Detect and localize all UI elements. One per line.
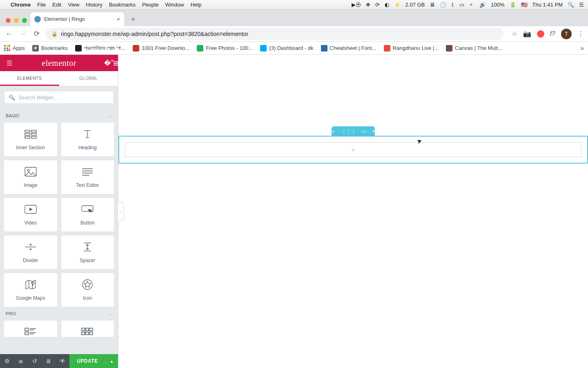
chevron-down-icon: ⌄	[109, 113, 112, 119]
panel-menu-button[interactable]: ☰	[5, 59, 14, 67]
menu-window[interactable]: Window	[165, 2, 184, 8]
panel-settings-button[interactable]: ⚙	[0, 354, 14, 368]
camera-icon[interactable]: 📷	[523, 30, 531, 38]
bookmark-star-icon[interactable]: ☆	[512, 30, 517, 38]
tab-elements[interactable]: ELEMENTS	[0, 71, 59, 86]
menu-help[interactable]: Help	[191, 2, 202, 8]
widget-text-editor[interactable]: Text Editor	[61, 160, 114, 194]
category-pro[interactable]: PRO ⌄	[0, 307, 118, 321]
history-button[interactable]: ↺	[28, 354, 42, 368]
widget-google-maps[interactable]: Google Maps	[4, 273, 57, 307]
bookmark-item[interactable]: ★Bookmarks	[32, 45, 68, 52]
clock[interactable]: Thu 1:41 PM	[532, 2, 563, 8]
control-center-icon[interactable]: ☰	[579, 2, 584, 8]
widget-image[interactable]: Image	[4, 160, 57, 194]
volume-icon[interactable]: 🔊	[479, 2, 486, 8]
search-widget-input[interactable]: 🔍	[4, 91, 114, 104]
dropbox-icon[interactable]: ✥	[366, 2, 370, 8]
svg-rect-13	[82, 206, 93, 211]
bookmark-item[interactable]: (3) Dashboard - dk	[260, 45, 313, 52]
section-handle[interactable]: ＋ ⋮⋮⋮ ▭ ✕	[332, 126, 375, 136]
category-basic[interactable]: BASIC ⌄	[0, 109, 118, 123]
menu-edit[interactable]: Edit	[52, 2, 61, 8]
wifi-icon[interactable]: ᯤ	[469, 2, 474, 8]
collapse-panel-button[interactable]: ‹	[118, 202, 124, 221]
bookmark-item[interactable]: Canvas | The Mult...	[446, 45, 502, 52]
search-field[interactable]	[18, 94, 109, 101]
add-widget-icon[interactable]: ＋	[350, 146, 356, 154]
screencast-icon[interactable]: ▶⦿	[352, 2, 361, 8]
bookmarks-overflow-button[interactable]: »	[580, 45, 584, 52]
reload-button[interactable]: ⟳	[32, 29, 42, 39]
elementor-column[interactable]: ＋	[125, 142, 581, 157]
widget-pro-posts[interactable]	[4, 321, 57, 337]
widget-divider[interactable]: Divider	[4, 236, 57, 269]
preview-button[interactable]: 👁	[56, 354, 69, 368]
app-name[interactable]: Chrome	[11, 2, 31, 8]
delete-section-button[interactable]: ✕	[372, 128, 376, 134]
bookmark-item[interactable]: Cheatsheet | Font...	[321, 45, 376, 52]
forward-button[interactable]: →	[18, 29, 28, 39]
display-icon[interactable]: 🖥	[430, 2, 435, 8]
widget-icon[interactable]: Icon	[61, 273, 114, 307]
profile-avatar[interactable]: T	[561, 29, 572, 39]
chrome-menu-button[interactable]: ⋮	[577, 30, 584, 38]
tab-close-button[interactable]: ×	[117, 16, 120, 22]
search-icon: 🔍	[9, 94, 15, 101]
menu-bookmarks[interactable]: Bookmarks	[109, 2, 136, 8]
bookmark-label: Canvas | The Mult...	[455, 45, 502, 51]
widget-heading[interactable]: Heading	[61, 123, 114, 156]
bookmark-item[interactable]: Free Photos - 100...	[197, 45, 253, 52]
site-icon	[75, 45, 82, 52]
elementor-panel: ☰ elementor �՞⊞ ELEMENTS GLOBAL 🔍 BASIC …	[0, 55, 118, 368]
window-controls	[3, 18, 30, 26]
opera-extension-icon[interactable]	[537, 30, 544, 38]
bookmark-item[interactable]: পাঙলোনিয়ার প্রেম 'পা...	[75, 45, 126, 52]
add-section-button[interactable]: ＋	[331, 128, 336, 135]
edit-section-button[interactable]: ⋮⋮⋮	[341, 128, 356, 134]
chrome-apps-button[interactable]: Apps	[4, 45, 25, 51]
timemachine-icon[interactable]: 🕑	[440, 2, 446, 8]
menu-people[interactable]: People	[142, 2, 158, 8]
widget-spacer[interactable]: Spacer	[61, 236, 114, 269]
flag-icon[interactable]: 🇺🇸	[521, 2, 528, 8]
navigator-button[interactable]: ≣	[14, 354, 28, 368]
menu-view[interactable]: View	[68, 2, 79, 8]
responsive-button[interactable]: 🖥	[42, 354, 56, 368]
image-icon	[24, 166, 37, 178]
memory-indicator[interactable]: 2.07 GB	[405, 2, 425, 8]
menu-file[interactable]: File	[37, 2, 46, 8]
widget-label: Image	[24, 182, 37, 188]
address-bar[interactable]: 🔒 ringo.happymonster.me/wp-admin/post.ph…	[46, 28, 503, 40]
tab-global[interactable]: GLOBAL	[59, 71, 118, 86]
duplicate-section-button[interactable]: ▭	[362, 128, 366, 134]
bluetooth-icon[interactable]: ᛒ	[451, 2, 454, 8]
menu-history[interactable]: History	[86, 2, 102, 8]
browser-tab[interactable]: 🌐 Elementor | Ringo ×	[30, 12, 124, 26]
agent-icon[interactable]: ◐	[385, 2, 389, 8]
window-zoom-button[interactable]	[22, 18, 27, 23]
whatfont-extension[interactable]: f?	[550, 30, 555, 38]
new-tab-button[interactable]: ＋	[127, 13, 139, 25]
bookmark-item[interactable]: 1001 Free Downlo...	[133, 45, 189, 52]
update-button[interactable]: UPDATE ▲	[69, 354, 118, 368]
battery-box-icon[interactable]: ▭	[459, 2, 464, 8]
preview-canvas[interactable]: ‹ ＋ ⋮⋮⋮ ▭ ✕ ＋ ➤	[118, 55, 588, 368]
spotlight-icon[interactable]: 🔍	[568, 2, 574, 8]
window-close-button[interactable]	[6, 18, 11, 23]
widget-pro-gallery[interactable]	[61, 321, 114, 337]
back-button[interactable]: ←	[4, 29, 14, 39]
battery-percent[interactable]: 100%	[491, 2, 504, 8]
widgets-grid-button[interactable]: �՞⊞	[104, 59, 113, 67]
elementor-section[interactable]: ＋	[118, 136, 588, 164]
widget-video[interactable]: Video	[4, 198, 57, 231]
sync-icon[interactable]: ⟳	[375, 2, 380, 8]
bolt-icon[interactable]: ⚡	[394, 2, 401, 8]
widget-inner-section[interactable]: Inner Section	[4, 123, 57, 156]
widget-button[interactable]: Button	[61, 198, 114, 231]
window-minimize-button[interactable]	[14, 18, 19, 23]
battery-icon[interactable]: 🔋	[510, 2, 516, 8]
caret-up-icon[interactable]: ▲	[106, 359, 118, 364]
bookmark-item[interactable]: Rangdhanu Live |...	[384, 45, 439, 52]
svg-rect-19	[25, 328, 29, 331]
